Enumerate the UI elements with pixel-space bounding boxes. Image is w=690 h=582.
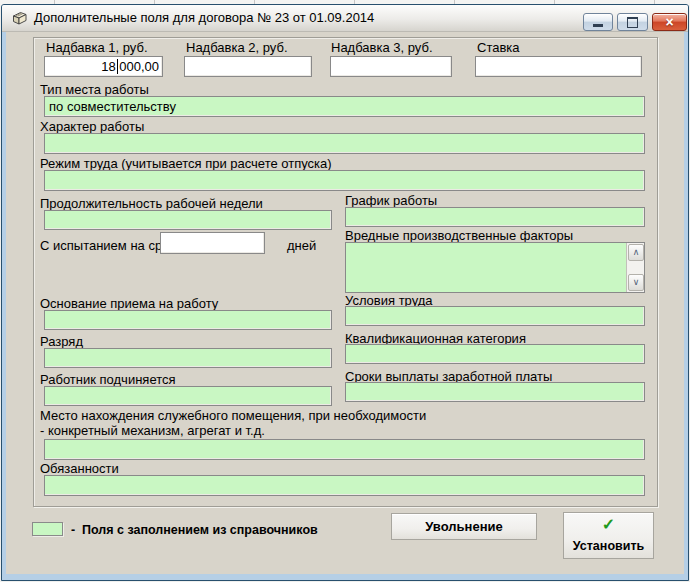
office-location-label-line1: Место нахождения служебного помещения, п… <box>40 409 426 423</box>
bonus1-input[interactable] <box>44 56 163 77</box>
scroll-up-icon: ∧ <box>633 248 640 257</box>
work-conditions-input[interactable] <box>345 306 645 326</box>
work-mode-input[interactable] <box>44 170 645 191</box>
window-icon[interactable] <box>11 10 28 27</box>
duties-input[interactable] <box>44 475 645 496</box>
minimize-button[interactable] <box>583 13 613 31</box>
bonus1-label: Надбавка 1, руб. <box>46 41 148 55</box>
scroll-down-button[interactable]: ∨ <box>628 274 644 291</box>
grade-input[interactable] <box>44 348 332 368</box>
office-location-label-line2: - конкретный механизм, агрегат и т.д. <box>40 424 265 438</box>
office-location-input[interactable] <box>44 439 645 460</box>
week-duration-input[interactable] <box>44 210 332 230</box>
reports-to-label: Работник подчиняется <box>40 373 176 387</box>
maximize-button[interactable] <box>617 13 648 31</box>
probation-input[interactable] <box>160 232 265 254</box>
screen: Дополнительные поля для договора № 23 от… <box>0 0 690 582</box>
apply-button-label: Установить <box>573 539 644 553</box>
maximize-icon <box>627 17 638 28</box>
bonus3-label: Надбавка 3, руб. <box>331 41 433 55</box>
harmful-factors-label: Вредные производственные факторы <box>345 229 573 243</box>
work-character-input[interactable] <box>44 133 645 154</box>
checkmark-icon: ✓ <box>602 517 615 533</box>
scroll-down-icon: ∨ <box>633 278 640 287</box>
schedule-label: График работы <box>345 194 437 208</box>
scrollbar[interactable]: ∧ ∨ <box>626 243 644 292</box>
harmful-factors-textarea[interactable]: ∧ ∨ <box>345 242 645 293</box>
close-button[interactable]: × <box>652 13 687 31</box>
rate-label: Ставка <box>477 41 520 55</box>
work-character-label: Характер работы <box>40 120 144 134</box>
legend-dash: - <box>71 523 75 537</box>
apply-button[interactable]: ✓ Установить <box>563 512 654 559</box>
dismiss-button[interactable]: Увольнение <box>391 513 537 540</box>
probation-days-label: дней <box>287 239 316 253</box>
qual-category-input[interactable] <box>345 344 645 364</box>
harmful-factors-text[interactable] <box>346 243 627 292</box>
scroll-up-button[interactable]: ∧ <box>628 244 644 261</box>
legend-text: Поля с заполнением из справочников <box>82 523 318 537</box>
bonus3-input[interactable] <box>330 56 452 77</box>
hiring-basis-input[interactable] <box>44 310 332 330</box>
week-duration-label: Продолжительность рабочей недели <box>40 197 263 211</box>
bonus2-label: Надбавка 2, руб. <box>186 41 288 55</box>
salary-terms-input[interactable] <box>345 382 645 402</box>
reports-to-input[interactable] <box>44 386 332 406</box>
rate-input[interactable] <box>475 56 642 77</box>
text-caret <box>117 59 118 74</box>
schedule-input[interactable] <box>345 207 645 227</box>
bonus2-input[interactable] <box>184 56 312 77</box>
window-title: Дополнительные поля для договора № 23 от… <box>34 11 374 25</box>
close-icon: × <box>665 14 673 30</box>
minimize-icon <box>593 24 603 27</box>
legend-swatch <box>32 522 63 536</box>
work-place-type-input[interactable] <box>44 96 645 117</box>
grade-label: Разряд <box>40 335 83 349</box>
work-place-type-label: Тип места работы <box>40 83 149 97</box>
dismiss-button-label: Увольнение <box>425 519 502 534</box>
hiring-basis-label: Основание приема на работу <box>40 297 218 311</box>
duties-label: Обязанности <box>40 462 119 476</box>
work-mode-label: Режим труда (учитывается при расчете отп… <box>40 157 332 171</box>
probation-label: С испытанием на срок <box>40 239 175 253</box>
